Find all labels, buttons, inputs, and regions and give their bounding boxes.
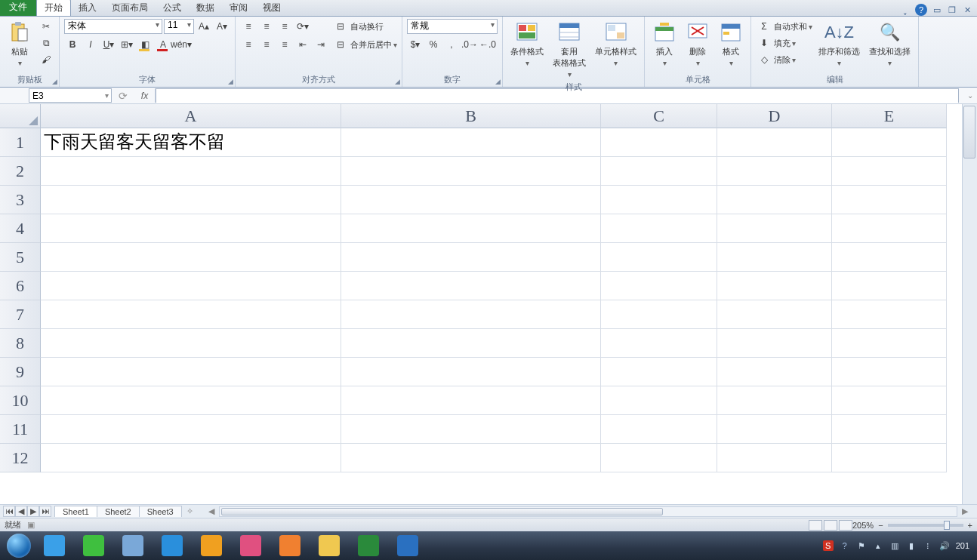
delete-cells-button[interactable]: 删除▾ (683, 19, 713, 69)
cell-A6[interactable] (41, 272, 341, 300)
cell-B6[interactable] (341, 272, 601, 300)
sheet-nav-last[interactable]: ⏭ (39, 506, 51, 517)
font-color-button[interactable]: A (155, 37, 171, 52)
font-size-combo[interactable]: 11 (164, 19, 194, 34)
select-all-corner[interactable] (0, 104, 41, 128)
sheet-nav-first[interactable]: ⏮ (3, 506, 15, 517)
cell-C6[interactable] (601, 272, 717, 300)
cell-A11[interactable] (41, 415, 341, 444)
cell-E5[interactable] (832, 243, 947, 272)
tray-network-icon[interactable]: ▥ (889, 540, 900, 551)
cell-C4[interactable] (601, 214, 717, 243)
cell-E12[interactable] (832, 444, 947, 472)
window-restore-icon[interactable]: ❐ (947, 5, 957, 15)
currency-button[interactable]: $▾ (407, 37, 424, 52)
sheet-nav-next[interactable]: ▶ (27, 506, 39, 517)
cell-E1[interactable] (832, 128, 947, 157)
cell-B4[interactable] (341, 214, 601, 243)
sheet-tab-sheet1[interactable]: Sheet1 (54, 506, 97, 517)
tab-view[interactable]: 视图 (255, 0, 288, 16)
row-header-11[interactable]: 11 (0, 415, 41, 444)
taskbar-pptv[interactable] (193, 534, 230, 558)
taskbar-explorer[interactable] (310, 534, 348, 558)
cell-E4[interactable] (832, 214, 947, 243)
fx-button[interactable]: fx (134, 88, 156, 103)
horizontal-scrollbar[interactable] (219, 506, 957, 517)
cell-C3[interactable] (601, 186, 717, 214)
zoom-slider[interactable] (888, 524, 963, 527)
cell-D1[interactable] (717, 128, 832, 157)
cell-B2[interactable] (341, 157, 601, 186)
view-normal-button[interactable] (809, 520, 822, 531)
taskbar-excel[interactable] (350, 534, 387, 558)
taskbar-help[interactable] (389, 534, 427, 558)
comma-button[interactable]: , (443, 37, 460, 52)
phonetic-button[interactable]: wén▾ (173, 37, 190, 52)
cell-A1[interactable]: 下雨天留客天留客不留 (41, 128, 341, 157)
cell-E7[interactable] (832, 300, 947, 329)
macro-record-icon[interactable]: ▣ (27, 520, 35, 530)
border-button[interactable]: ⊞▾ (119, 37, 135, 52)
help-icon[interactable]: ? (915, 4, 927, 16)
wrap-text-button[interactable]: ⊟ (332, 19, 349, 34)
cell-C11[interactable] (601, 415, 717, 444)
cell-B5[interactable] (341, 243, 601, 272)
increase-decimal-button[interactable]: .0→ (461, 37, 478, 52)
cell-D10[interactable] (717, 386, 832, 415)
cut-button[interactable]: ✂ (38, 19, 54, 34)
taskbar-wechat[interactable] (75, 534, 112, 558)
tray-help-icon[interactable]: ? (840, 540, 850, 551)
sort-filter-button[interactable]: A↓Z排序和筛选▾ (815, 19, 863, 69)
number-dialog-icon[interactable]: ◢ (495, 78, 501, 85)
column-header-D[interactable]: D (717, 104, 832, 128)
cell-B1[interactable] (341, 128, 601, 157)
formula-expand-icon[interactable]: ⌄ (963, 88, 977, 103)
cell-D4[interactable] (717, 214, 832, 243)
cell-A12[interactable] (41, 444, 341, 472)
row-header-7[interactable]: 7 (0, 300, 41, 329)
autosum-button[interactable]: Σ (756, 19, 772, 34)
number-format-combo[interactable]: 常规 (407, 19, 498, 34)
row-header-6[interactable]: 6 (0, 272, 41, 300)
cell-B9[interactable] (341, 358, 601, 386)
tray-wifi-icon[interactable]: ⫶ (923, 540, 933, 551)
align-right-button[interactable]: ≡ (276, 37, 293, 52)
tab-home[interactable]: 开始 (36, 0, 71, 16)
zoom-in-button[interactable]: + (968, 521, 972, 530)
cell-E2[interactable] (832, 157, 947, 186)
format-painter-button[interactable]: 🖌 (38, 52, 54, 67)
cell-D12[interactable] (717, 444, 832, 472)
underline-button[interactable]: U▾ (100, 37, 117, 52)
cell-E6[interactable] (832, 272, 947, 300)
font-name-combo[interactable]: 宋体 (64, 19, 162, 34)
minimize-ribbon-icon[interactable]: ˬ (900, 5, 911, 15)
window-minimize-icon[interactable]: ▭ (932, 5, 942, 15)
decrease-font-button[interactable]: A▾ (214, 19, 230, 34)
view-layout-button[interactable] (824, 520, 837, 531)
row-header-12[interactable]: 12 (0, 444, 41, 472)
conditional-format-button[interactable]: 条件格式▾ (507, 19, 547, 69)
cell-C8[interactable] (601, 329, 717, 358)
row-header-1[interactable]: 1 (0, 128, 41, 157)
tab-formulas[interactable]: 公式 (156, 0, 189, 16)
cell-A3[interactable] (41, 186, 341, 214)
alignment-dialog-icon[interactable]: ◢ (395, 78, 400, 85)
find-select-button[interactable]: 🔍查找和选择▾ (866, 19, 914, 69)
decrease-indent-button[interactable]: ⇤ (294, 37, 311, 52)
taskbar-browser[interactable] (35, 534, 73, 558)
taskbar-baidu-disk[interactable] (153, 534, 191, 558)
cell-D9[interactable] (717, 358, 832, 386)
column-header-E[interactable]: E (832, 104, 947, 128)
row-header-4[interactable]: 4 (0, 214, 41, 243)
tray-chevron-icon[interactable]: ▴ (873, 540, 883, 551)
format-cells-button[interactable]: 格式▾ (716, 19, 746, 69)
fill-color-button[interactable]: ◧ (137, 37, 153, 52)
align-left-button[interactable]: ≡ (240, 37, 257, 52)
row-header-3[interactable]: 3 (0, 186, 41, 214)
row-header-10[interactable]: 10 (0, 386, 41, 415)
row-header-5[interactable]: 5 (0, 243, 41, 272)
cell-D8[interactable] (717, 329, 832, 358)
cell-A10[interactable] (41, 386, 341, 415)
cell-E3[interactable] (832, 186, 947, 214)
new-sheet-button[interactable]: ✧ (181, 506, 199, 516)
